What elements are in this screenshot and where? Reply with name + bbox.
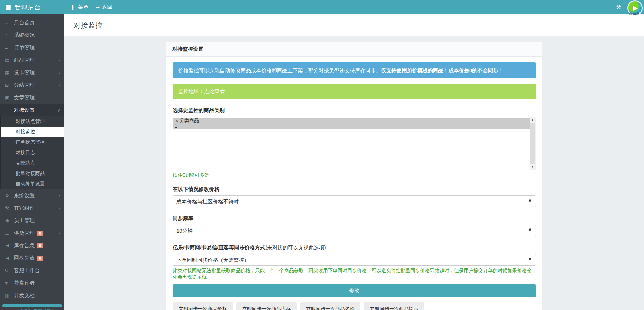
condition-select[interactable]: 成本价格与社区价格不符时 [173, 195, 536, 207]
sidebar-item-cards[interactable]: ▦ 发卡管理 ‹ [0, 66, 64, 79]
method-label: 亿乐/卡商网/卡易信/直客等同步价格方式(未对接的可以无视此选项) [173, 244, 536, 251]
user-avatar[interactable]: ▶ 腾讯视频 [627, 0, 643, 16]
avatar-watermark: 腾讯视频 [629, 12, 639, 16]
chevron-down-icon: ∨ [57, 108, 60, 113]
heart-icon: ♥ [5, 280, 14, 286]
grid-icon: ▦ [5, 70, 14, 75]
chevron-left-icon: ‹ [59, 193, 60, 198]
cube-icon: ▣ [6, 3, 11, 11]
sidebar-nav: ⌂ 后台首页 ◔ 系统概况 ≡ 订单管理 ▤ 商品管理 ‹ ▦ 发卡管理 ‹ ⊞… [0, 14, 64, 310]
gear-icon: ⚙ [5, 193, 14, 198]
monitor-link[interactable]: 点此查看 [204, 88, 225, 94]
netdisk-badge: 0 [37, 256, 43, 261]
sidebar-item-system-settings[interactable]: ⚙ 系统设置 ‹ [0, 189, 64, 202]
bullhorn-icon: ◄ [5, 255, 14, 261]
sidebar-item-service-workbench[interactable]: Ω 客服工作台 [0, 264, 64, 277]
cart-icon: ▤ [5, 57, 14, 63]
submenu-item-clone-site[interactable]: 克隆站点 [1, 158, 64, 168]
book-icon: ▣ [5, 95, 14, 100]
sidebar-item-docking-settings[interactable]: ∴ 对接设置 ∨ [0, 104, 64, 116]
sync-price-button[interactable]: 立即同步一次商品价格 [173, 302, 233, 310]
sync-buttons-row: 立即同步一次商品价格 立即同步一次商品库存 立即同步一次商品名称 立即同步一次商… [173, 302, 485, 310]
scrollbar-thumb[interactable] [530, 123, 535, 164]
sync-tips-button[interactable]: 立即同步一次商品提示 [364, 302, 424, 310]
sidebar-item-articles[interactable]: ▣ 文章管理 [0, 91, 64, 104]
user-icon: ☻ [5, 218, 14, 223]
condition-label: 在以下情况修改价格 [173, 186, 536, 193]
submit-button[interactable]: 修改 [173, 284, 536, 297]
submenu-item-order-status-monitor[interactable]: 订单状态监控 [1, 137, 64, 148]
bullhorn-icon: ◄ [5, 243, 14, 248]
listbox-option[interactable]: 1 [173, 123, 530, 129]
sidebar-item-products[interactable]: ▤ 商品管理 ‹ [0, 54, 64, 66]
sitemap-icon: ⊞ [5, 82, 14, 88]
dashboard-icon: ◔ [5, 32, 14, 38]
brand-title: 管理后台 [15, 3, 41, 11]
listbox-option[interactable]: 未分类商品 [173, 118, 530, 123]
method-hint: 此类对接网站无法批量获取商品价格，只能一个一个商品获取，因此改用下单同时同步价格… [173, 267, 536, 280]
submenu-item-docking-logs[interactable]: 对接日志 [1, 148, 64, 158]
main-content: 对接监控 对接监控设置 价格监控可以实现自动修改商品成本价格和商品上下架，部分对… [64, 14, 644, 310]
sidebar-item-dev-docs[interactable]: ▥ 开发文档 [0, 289, 64, 302]
frequency-select[interactable]: 10分钟 [173, 225, 536, 236]
frequency-label: 同步频率 [173, 215, 536, 222]
card-header: 对接监控设置 [166, 42, 542, 57]
sync-stock-button[interactable]: 立即同步一次商品库存 [236, 302, 297, 310]
sidebar-item-staff[interactable]: ☻ 员工管理 [0, 214, 64, 227]
chevron-left-icon: ‹ [59, 83, 60, 88]
category-listbox[interactable]: 未分类商品 1 ▲ ▼ [173, 117, 536, 170]
share-icon: ∴ [5, 107, 14, 113]
back-label: 返回 [102, 4, 113, 10]
submenu-item-docking-sites[interactable]: 对接站点管理 [1, 116, 64, 127]
submenu-item-batch-docking[interactable]: 批量对接商品 [1, 168, 64, 179]
sidebar-item-stock-alert[interactable]: ◄ 库存告急0 [0, 239, 64, 252]
sidebar-item-netdisk-invalid[interactable]: ◄ 网盘失效0 [0, 252, 64, 264]
menu-label: 菜单 [78, 4, 88, 10]
copyright: 2025 © 彩虹云商城系统 [0, 308, 64, 310]
sidebar-item-supply[interactable]: ⊥ 供货管理0 ‹ [0, 227, 64, 239]
submenu-item-docking-monitor[interactable]: 对接监控 [1, 127, 64, 137]
reply-icon: ↩ [96, 5, 100, 10]
sidebar-item-donate[interactable]: ♥ 赞赏作者 [0, 277, 64, 289]
category-label: 选择要监控的商品类别 [173, 107, 536, 114]
listbox-scrollbar[interactable]: ▲ ▼ [530, 117, 536, 170]
wrench-icon[interactable]: ⚒ [616, 4, 621, 10]
menu-toggle-button[interactable]: ▍ 菜单 [72, 4, 88, 10]
sidebar-item-overview[interactable]: ◔ 系统概况 [0, 29, 64, 41]
sync-name-button[interactable]: 立即同步一次商品名称 [300, 302, 360, 310]
headset-icon: Ω [5, 268, 14, 273]
sidebar-item-orders[interactable]: ≡ 订单管理 [0, 41, 64, 54]
supply-icon: ⊥ [5, 230, 14, 236]
submenu-item-auto-reorder[interactable]: 自动补单设置 [1, 179, 64, 189]
chevron-left-icon: ‹ [59, 58, 60, 63]
play-icon: ▶ [633, 4, 638, 12]
scroll-up-icon[interactable]: ▲ [530, 117, 536, 123]
settings-card: 对接监控设置 价格监控可以实现自动修改商品成本价格和商品上下架，部分对接类型还支… [166, 42, 542, 310]
back-button[interactable]: ↩ 返回 [96, 4, 113, 10]
sidebar-item-other-components[interactable]: ⚒ 其它组件 ‹ [0, 202, 64, 214]
sidebar-item-home[interactable]: ⌂ 后台首页 [0, 16, 64, 29]
gears-icon: ⚒ [5, 205, 14, 211]
sidebar-scrollbar[interactable] [2, 304, 62, 307]
stock-alert-badge: 0 [37, 243, 43, 248]
card-title: 对接监控设置 [172, 46, 203, 52]
chevron-left-icon: ‹ [59, 70, 60, 75]
method-select[interactable]: 下单同时同步价格（无需监控） [173, 254, 536, 266]
home-icon: ⌂ [5, 20, 14, 25]
chevron-left-icon: ‹ [59, 206, 60, 211]
page-title-band: 对接监控 [64, 14, 644, 36]
chevron-left-icon: ‹ [59, 231, 60, 236]
scroll-down-icon[interactable]: ▼ [530, 164, 536, 170]
multiselect-hint: 按住Ctrl键可多选 [173, 172, 536, 178]
brand[interactable]: ▣ 管理后台 [0, 0, 64, 14]
menu-icon: ▍ [72, 5, 76, 10]
list-icon: ≡ [5, 45, 14, 50]
supply-badge: 0 [37, 231, 43, 236]
sidebar-item-substations[interactable]: ⊞ 分站管理 ‹ [0, 79, 64, 91]
top-header: ▣ 管理后台 ▍ 菜单 ↩ 返回 ⚒ [0, 0, 644, 14]
page-title: 对接监控 [73, 20, 103, 30]
monitor-label: 监控地址： [178, 88, 204, 94]
monitor-alert: 监控地址：点此查看 [173, 84, 536, 99]
info-alert: 价格监控可以实现自动修改商品成本价格和商品上下架，部分对接类型还支持库存同步。仅… [173, 62, 536, 78]
docking-submenu: 对接站点管理 对接监控 订单状态监控 对接日志 克隆站点 批量对接商品 自动补单… [0, 116, 64, 189]
